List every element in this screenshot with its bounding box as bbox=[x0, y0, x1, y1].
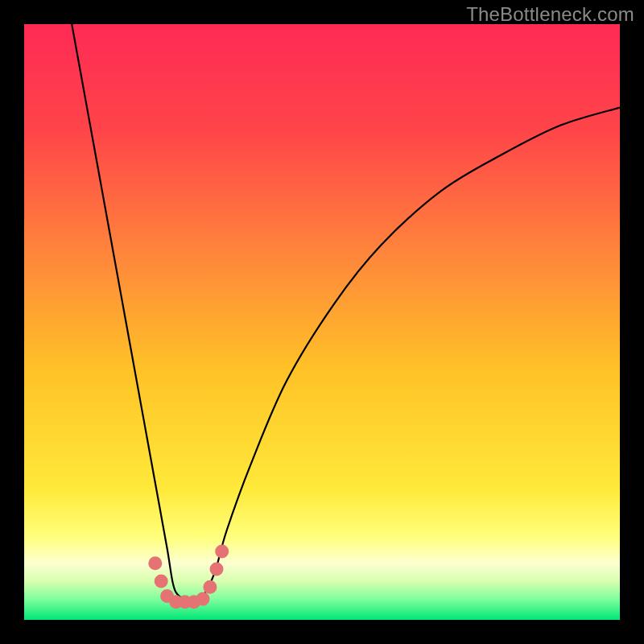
bottleneck-curve bbox=[72, 24, 620, 602]
chart-svg bbox=[24, 24, 620, 620]
marker-point bbox=[215, 544, 229, 558]
marker-point bbox=[203, 580, 217, 594]
marker-point bbox=[148, 556, 162, 570]
chart-frame: TheBottleneck.com bbox=[0, 0, 644, 644]
marker-point bbox=[210, 563, 224, 576]
plot-area bbox=[24, 24, 620, 620]
marker-point bbox=[196, 592, 210, 606]
watermark-label: TheBottleneck.com bbox=[466, 3, 634, 26]
highlight-markers bbox=[148, 544, 229, 609]
marker-point bbox=[155, 574, 168, 588]
